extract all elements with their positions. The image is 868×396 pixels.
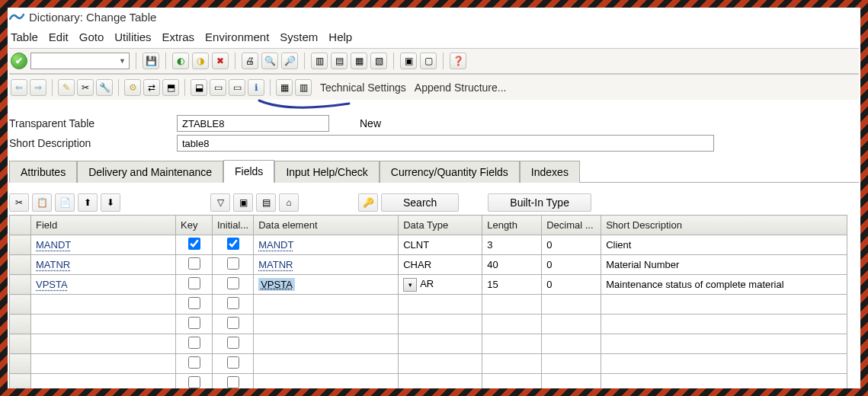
key-checkbox[interactable] bbox=[188, 297, 200, 309]
col-key[interactable]: Key bbox=[176, 216, 213, 235]
expand-icon[interactable]: ▽ bbox=[210, 193, 230, 212]
key-checkbox[interactable] bbox=[188, 317, 200, 329]
initial-checkbox[interactable] bbox=[227, 356, 239, 369]
table-row-empty[interactable] bbox=[10, 315, 847, 334]
search-button[interactable]: Search bbox=[381, 193, 459, 212]
paste-icon[interactable]: 📄 bbox=[55, 193, 75, 212]
new-session-icon[interactable]: ▣ bbox=[400, 53, 417, 69]
nav-fwd-icon[interactable]: ⇒ bbox=[30, 79, 46, 96]
row-selector[interactable] bbox=[10, 255, 31, 275]
menu-goto[interactable]: Goto bbox=[79, 30, 104, 43]
back-icon[interactable]: ◐ bbox=[172, 53, 189, 69]
menu-utilities[interactable]: Utilities bbox=[114, 30, 151, 43]
menu-help[interactable]: Help bbox=[328, 30, 352, 43]
col-decimal[interactable]: Decimal ... bbox=[542, 216, 601, 235]
menu-extras[interactable]: Extras bbox=[162, 30, 195, 43]
col-initial[interactable]: Initial... bbox=[213, 216, 254, 235]
key-checkbox[interactable] bbox=[188, 356, 200, 369]
initial-checkbox[interactable] bbox=[227, 317, 239, 329]
find-icon[interactable]: 🔍 bbox=[261, 53, 278, 69]
menu-system[interactable]: System bbox=[280, 30, 318, 43]
tab-attributes[interactable]: Attributes bbox=[9, 161, 77, 183]
menu-table[interactable]: Table bbox=[11, 30, 38, 43]
tab-indexes[interactable]: Indexes bbox=[520, 161, 580, 183]
command-field[interactable]: ▼ bbox=[30, 53, 130, 69]
append-structure-link[interactable]: Append Structure... bbox=[415, 81, 507, 94]
data-element-cell[interactable]: MATNR bbox=[258, 259, 293, 270]
tab-delivery[interactable]: Delivery and Maintenance bbox=[77, 161, 223, 183]
short-description-field[interactable] bbox=[177, 135, 714, 152]
field-cell[interactable]: MANDT bbox=[36, 239, 71, 251]
table-row[interactable]: VPSTAVPSTA▾AR150Maintenance status of co… bbox=[10, 275, 847, 295]
initial-checkbox[interactable] bbox=[227, 297, 239, 309]
activate-icon[interactable]: ⚙ bbox=[124, 79, 141, 96]
initial-checkbox[interactable] bbox=[227, 238, 239, 250]
cancel-icon[interactable]: ✖ bbox=[212, 53, 229, 69]
find-next-icon[interactable]: 🔎 bbox=[281, 53, 298, 69]
copy-icon[interactable]: 📋 bbox=[32, 193, 52, 212]
first-page-icon[interactable]: ▥ bbox=[311, 53, 328, 69]
row-selector[interactable] bbox=[10, 275, 31, 295]
tool-icon[interactable]: ⬒ bbox=[162, 79, 179, 96]
help-icon[interactable]: ❓ bbox=[450, 53, 466, 69]
cut-icon[interactable]: ✂ bbox=[9, 193, 29, 212]
contents-icon[interactable]: ▭ bbox=[229, 79, 245, 96]
check-icon[interactable]: 🔧 bbox=[96, 79, 113, 96]
col-data-element[interactable]: Data element bbox=[254, 216, 399, 235]
field-cell[interactable]: MATNR bbox=[36, 259, 70, 270]
sel-icon[interactable]: ▤ bbox=[256, 193, 276, 212]
table-row[interactable]: MATNRMATNRCHAR400Material Number bbox=[10, 255, 847, 275]
hierarchy-icon[interactable]: ⬓ bbox=[191, 79, 207, 96]
last-page-icon[interactable]: ▧ bbox=[370, 53, 387, 69]
key-checkbox[interactable] bbox=[188, 337, 200, 349]
print-icon[interactable]: 🖨 bbox=[242, 53, 258, 69]
collapse-icon[interactable]: ▣ bbox=[233, 193, 253, 212]
builtin-type-button[interactable]: Built-In Type bbox=[488, 193, 591, 212]
technical-settings-link[interactable]: Technical Settings bbox=[320, 81, 406, 94]
tab-input-help[interactable]: Input Help/Check bbox=[274, 161, 379, 183]
menu-edit[interactable]: Edit bbox=[49, 30, 69, 43]
tab-currency[interactable]: Currency/Quantity Fields bbox=[380, 161, 520, 183]
table-name-field[interactable] bbox=[177, 115, 329, 132]
col-field[interactable]: Field bbox=[31, 216, 176, 235]
layout-icon[interactable]: ▢ bbox=[420, 53, 437, 69]
graphic-icon[interactable]: ▦ bbox=[276, 79, 293, 96]
data-element-cell[interactable]: VPSTA bbox=[258, 278, 295, 291]
info-icon[interactable]: ℹ bbox=[248, 79, 264, 96]
graphic2-icon[interactable]: ▥ bbox=[295, 79, 312, 96]
key-checkbox[interactable] bbox=[188, 257, 200, 270]
key-checkbox[interactable] bbox=[188, 238, 200, 250]
home-icon[interactable]: ⌂ bbox=[279, 193, 299, 212]
tab-fields[interactable]: Fields bbox=[223, 160, 274, 183]
data-element-cell[interactable]: MANDT bbox=[258, 239, 293, 251]
menu-environment[interactable]: Environment bbox=[205, 30, 269, 43]
col-short-desc[interactable]: Short Description bbox=[601, 216, 847, 235]
insert-row-icon[interactable]: ⬆ bbox=[78, 193, 98, 212]
row-selector[interactable] bbox=[10, 235, 31, 255]
enter-button[interactable]: ✔ bbox=[11, 53, 27, 69]
key-checkbox[interactable] bbox=[188, 277, 200, 289]
nav-back-icon[interactable]: ⇐ bbox=[11, 79, 27, 96]
key-checkbox[interactable] bbox=[188, 376, 200, 388]
initial-checkbox[interactable] bbox=[227, 277, 239, 289]
next-page-icon[interactable]: ▦ bbox=[351, 53, 367, 69]
col-data-type[interactable]: Data Type bbox=[399, 216, 482, 235]
table-row-empty[interactable] bbox=[10, 295, 847, 315]
col-length[interactable]: Length bbox=[482, 216, 542, 235]
display-change-icon[interactable]: ✎ bbox=[58, 79, 75, 96]
table-row-empty[interactable] bbox=[10, 334, 847, 354]
hierarchy2-icon[interactable]: ▭ bbox=[210, 79, 226, 96]
initial-checkbox[interactable] bbox=[227, 376, 239, 388]
dropdown-icon[interactable]: ▾ bbox=[403, 278, 417, 292]
other-object-icon[interactable]: ✂ bbox=[77, 79, 94, 96]
table-row-empty[interactable] bbox=[10, 374, 847, 394]
table-row[interactable]: MANDTMANDTCLNT30Client bbox=[10, 235, 847, 255]
table-row-empty[interactable] bbox=[10, 354, 847, 374]
initial-checkbox[interactable] bbox=[227, 257, 239, 270]
delete-row-icon[interactable]: ⬇ bbox=[101, 193, 120, 212]
save-icon[interactable]: 💾 bbox=[143, 53, 159, 69]
exit-icon[interactable]: ◑ bbox=[192, 53, 209, 69]
initial-checkbox[interactable] bbox=[227, 337, 239, 349]
prev-page-icon[interactable]: ▤ bbox=[331, 53, 348, 69]
key-icon[interactable]: 🔑 bbox=[358, 193, 378, 212]
